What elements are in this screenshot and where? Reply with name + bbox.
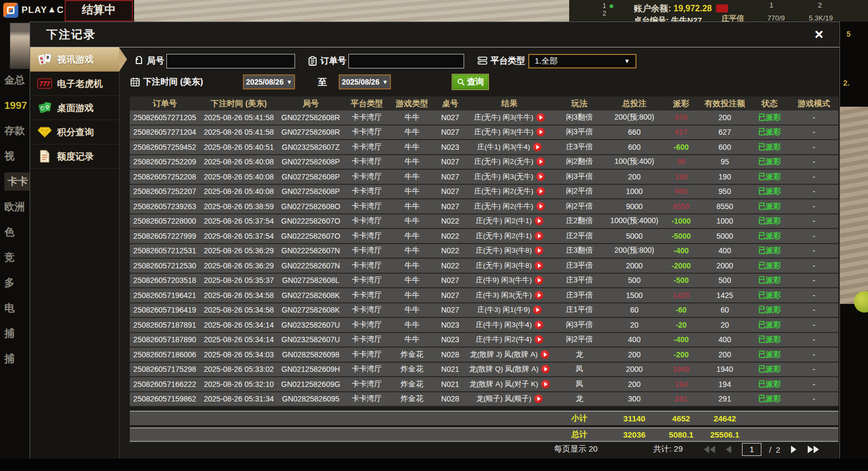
cell-total-bet: 200 [606,377,662,391]
replay-play-icon[interactable] [533,306,542,314]
cell-round-number: GN0272582608R [278,126,344,140]
cell-platform: 卡卡湾厅 [344,318,390,332]
cell-platform: 卡卡湾厅 [344,126,390,140]
replay-play-icon[interactable] [536,113,545,122]
cell-order-number: 250826057166222 [130,377,200,391]
cell-bet-time: 2025-08-26 05:38:59 [200,199,278,213]
sidebar-item-3[interactable]: Q桌面游戏 [30,96,119,120]
cell-bet-time: 2025-08-26 05:31:34 [200,392,278,406]
cell-play-type: 庄2翻倍 [552,214,606,228]
date-from-select[interactable]: 2025/08/26▼ [243,74,295,89]
replay-play-icon[interactable] [535,217,543,225]
first-page-button[interactable] [703,444,715,455]
cell-round-number: GN0232582607U [278,333,344,347]
cell-payout: -200 [662,348,700,362]
cell-round-number: GN02825826098 [278,348,344,362]
replay-play-icon[interactable] [536,172,545,181]
replay-play-icon[interactable] [534,394,543,403]
round-number-input[interactable] [166,54,295,68]
background-menu-item: 捕 [4,350,30,368]
cell-bet-time: 2025-08-26 05:36:29 [200,244,278,258]
replay-play-icon[interactable] [541,380,550,389]
close-icon[interactable]: × [810,26,828,44]
replay-play-icon[interactable] [536,157,545,166]
cell-game-type: 牛牛 [390,126,434,140]
grand-total-row: 总计 32036 5080.1 25506.1 [130,427,838,442]
cell-table-number: N022 [434,259,466,273]
replay-play-icon[interactable] [535,321,543,329]
replay-play-icon[interactable] [536,202,545,211]
cell-payout: 570 [662,110,700,124]
cell-result: 庄(牛3) 闲3(无牛) [466,288,552,302]
cell-round-number: GN02825826095 [278,392,344,406]
date-to-select[interactable]: 2025/08/26▼ [339,74,391,89]
replay-play-icon[interactable] [535,261,543,270]
page-number-input[interactable]: 1 [742,443,761,456]
cell-platform: 卡卡湾厅 [344,274,390,288]
table-row: 2508260572522092025-08-26 05:40:08GN0272… [130,155,838,170]
account-info-panel: 12 账户余额: 19,972.28 桌台编号: 牛牛N27 1 2 庄平倍 7… [569,0,868,22]
cell-bet-time: 2025-08-26 05:36:29 [200,259,278,273]
background-menu-item: 欧洲 [4,198,30,216]
replay-play-icon[interactable] [535,291,543,300]
replay-play-icon[interactable] [536,128,545,136]
cell-total-bet: 1000(预:4000) [606,214,662,228]
bet-records-modal: 下注记录 × K♥9视讯游戏777电子老虎机Q桌面游戏积分查询额度记录 局号 [30,22,840,471]
cell-bet-time: 2025-08-26 05:35:37 [200,274,278,288]
replay-play-icon[interactable] [535,246,543,255]
cell-play-type: 闲2平倍 [552,333,606,347]
replay-play-icon[interactable] [535,232,543,240]
cell-status: 已派彩 [750,199,789,213]
cell-game-type: 牛牛 [390,140,434,154]
replay-play-icon[interactable] [533,143,542,151]
cell-payout: -20 [662,318,700,332]
replay-play-icon[interactable] [535,335,543,344]
replay-play-icon[interactable] [535,276,543,285]
cell-valid-bet: 200 [700,348,750,362]
cell-result: 庄(牛牛) 闲3(牛4) [466,318,552,332]
sidebar-item-1[interactable]: K♥9视讯游戏 [30,47,119,72]
cell-game-mode: - [789,288,838,302]
replay-play-icon[interactable] [536,187,545,196]
replay-play-icon[interactable] [541,350,549,359]
replay-play-icon[interactable] [541,365,550,373]
order-number-input[interactable] [348,54,464,68]
table-header-row: 订单号下注时间 (美东)局号平台类型游戏类型桌号结果玩法总投注派彩有效投注额状态… [130,96,838,110]
cell-valid-bet: 200 [700,110,750,124]
cell-game-type: 牛牛 [390,274,434,288]
table-row: 2508260571964192025-08-26 05:34:58GN0272… [130,303,838,318]
bottom-strip [0,459,868,471]
sidebar-item-5[interactable]: 额度记录 [30,144,119,169]
cell-round-number: GN0232582607U [278,318,344,332]
cell-payout: 627 [662,126,700,140]
platform-type-select[interactable]: 1.全部 ▼ [528,54,636,68]
last-page-button[interactable] [807,444,819,455]
cell-order-number: 250826057252208 [130,170,200,184]
prev-page-button[interactable] [723,444,734,455]
sidebar-item-2[interactable]: 777电子老虎机 [30,72,119,96]
cell-payout: 1940 [662,363,700,377]
cell-result: 庄(牛9) 闲3(牛牛) [466,274,552,288]
cell-round-number: GN0212582609G [278,377,344,391]
cell-total-bet: 5000 [606,229,662,243]
cell-status: 已派彩 [750,303,789,317]
cell-platform: 卡卡湾厅 [344,244,390,258]
total-pages-label: 2 [776,445,780,454]
next-page-button[interactable] [788,444,800,455]
cell-result: 庄(无牛) 闲3(无牛) [466,170,552,184]
cell-order-number: 250826057196419 [130,303,200,317]
sidebar-item-4[interactable]: 积分查询 [30,120,119,144]
search-button[interactable]: 查询 [452,74,489,90]
modal-title-bar: 下注记录 × [30,22,839,47]
cell-payout: 1425 [662,288,700,302]
cell-game-type: 牛牛 [390,288,434,302]
cell-game-type: 炸金花 [390,363,434,377]
cell-table-number: N023 [434,318,466,332]
subtotal-row: 小计 31140 4652 24642 [130,411,838,425]
cell-total-bet: 660 [606,126,662,140]
clipboard-icon [307,56,318,66]
cell-valid-bet: 95 [700,155,750,169]
cell-table-number: N028 [434,392,466,406]
cell-platform: 卡卡湾厅 [344,377,390,391]
cell-game-type: 牛牛 [390,244,434,258]
